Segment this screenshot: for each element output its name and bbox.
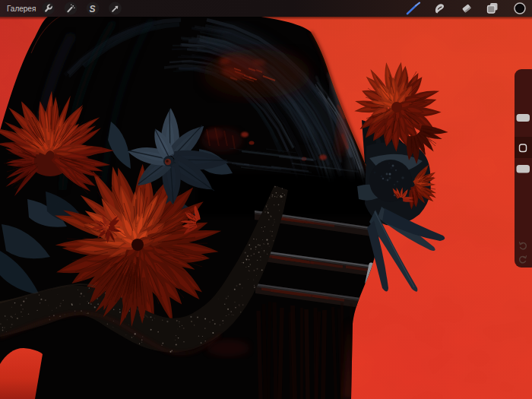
svg-text:Галерея: Галерея xyxy=(7,5,36,13)
svg-text:S: S xyxy=(90,4,96,14)
